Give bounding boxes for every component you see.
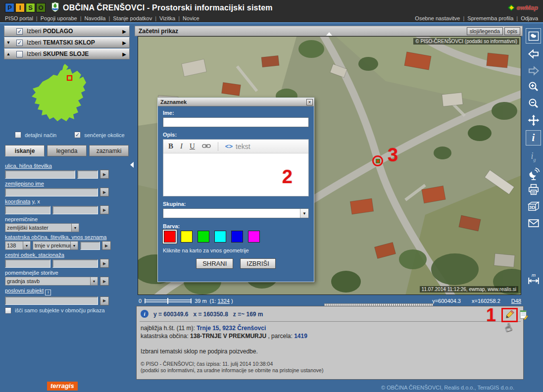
save-button[interactable]: SHRANI <box>196 258 233 269</box>
accordion-podlago[interactable]: ✓ Izberi PODLAGO ▶ <box>4 26 130 37</box>
koordinata-y-input[interactable] <box>5 206 50 214</box>
expand-right-icon[interactable]: ▶ <box>122 40 126 46</box>
measure-icon[interactable]: m <box>526 271 541 286</box>
accordion-skupne-sloje[interactable]: ▲ Izberi SKUPNE SLOJE ▶ <box>4 49 130 59</box>
menu-novice[interactable]: Novice <box>183 15 199 21</box>
color-swatch-magenta[interactable] <box>248 231 260 243</box>
zoom-in-icon[interactable] <box>526 79 541 94</box>
print-icon[interactable] <box>526 182 541 197</box>
detajlni-nacin-checkbox[interactable] <box>15 132 21 138</box>
collapse-left-arrow[interactable] <box>130 162 134 168</box>
koordinata-label[interactable]: koordinata <box>5 198 30 204</box>
accordion-tematski-sklop[interactable]: ▼ ✓ Izberi TEMATSKI SKLOP ▶ <box>4 37 130 48</box>
expand-right-icon[interactable]: ▶ <box>122 51 126 57</box>
menu-osebne-nastavitve[interactable]: Osebne nastavitve <box>415 15 460 21</box>
scale-ratio-link[interactable]: 1324 <box>218 298 230 304</box>
ulica-label[interactable]: ulica, hišna številka <box>5 163 52 169</box>
color-swatch-blue[interactable] <box>231 231 243 243</box>
podlago-checkbox[interactable]: ✓ <box>16 28 23 35</box>
sloji-legenda-button[interactable]: sloji/legenda <box>467 27 503 35</box>
sencenje-okolice-checkbox[interactable]: ✓ <box>74 132 81 138</box>
menu-sprememba-profila[interactable]: Sprememba profila <box>467 15 513 21</box>
close-icon[interactable]: × <box>306 99 313 105</box>
delete-button[interactable]: IZBRIŠI <box>240 258 276 269</box>
tab-legenda[interactable]: legenda <box>47 145 87 156</box>
skupina-select[interactable]: ▼ <box>163 208 309 218</box>
gps-icon[interactable] <box>526 166 541 181</box>
expand-right-icon[interactable]: ▶ <box>122 29 126 34</box>
koordinata-search-button[interactable]: ▶ <box>100 205 109 214</box>
color-swatch-red[interactable] <box>164 231 176 243</box>
pan-icon[interactable] <box>526 112 541 128</box>
terragis-logo[interactable]: terragis <box>47 382 78 391</box>
color-swatch-yellow[interactable] <box>181 231 193 243</box>
pomembnejse-search-button[interactable]: ▶ <box>100 277 109 286</box>
katastrska-label[interactable]: katastrska občina, številka, vnos seznam… <box>5 234 106 240</box>
identify-icon[interactable]: i <box>526 130 541 146</box>
koordinata-x-input[interactable] <box>52 206 98 214</box>
link-icon[interactable] <box>202 142 211 151</box>
poslovni-search-button[interactable]: ▶ <box>100 296 109 305</box>
parcela-input[interactable] <box>80 242 100 250</box>
info-mini-icon[interactable]: i <box>45 290 51 295</box>
detajlni-nacin-option[interactable]: detajlni način <box>15 132 56 138</box>
source-view-button[interactable]: <> tekst <box>225 143 250 150</box>
cestni-search-button[interactable]: ▶ <box>100 259 109 268</box>
color-swatch-cyan[interactable] <box>214 231 226 243</box>
collapse-arrow[interactable]: ▼ <box>4 40 12 45</box>
menu-pogoji-uporabe[interactable]: Pogoji uporabe <box>41 15 77 21</box>
ime-input[interactable] <box>163 117 309 127</box>
nepremicnine-select[interactable]: zemljiški kataster ▼ <box>5 223 79 232</box>
menu-odjava[interactable]: Odjava <box>521 15 538 21</box>
parcel-link[interactable]: 1419 <box>294 333 307 340</box>
full-extent-icon[interactable] <box>526 28 541 44</box>
poslovni-subjekt-label[interactable]: poslovni subjekt <box>5 288 44 294</box>
history-back-icon[interactable] <box>526 46 541 61</box>
menu-navodila[interactable]: Navodila <box>85 15 106 21</box>
datum-link[interactable]: D48 <box>511 298 521 304</box>
katastrska-search-button[interactable]: ▶ <box>102 241 111 250</box>
identify-group-icon[interactable]: ig <box>526 149 541 164</box>
opis-textarea[interactable]: 2 <box>163 153 308 196</box>
collapse-up-arrow[interactable] <box>326 32 332 36</box>
color-swatch-green[interactable] <box>197 231 209 243</box>
ulica-input[interactable] <box>5 170 75 179</box>
zemljepisno-search-button[interactable]: ▶ <box>100 188 109 196</box>
nearest-house-link[interactable]: Trnje 15, 9232 Črenšovci <box>197 325 266 332</box>
tematski-checkbox[interactable]: ✓ <box>16 40 23 46</box>
mail-icon[interactable] <box>526 215 541 231</box>
sencenje-okolice-option[interactable]: ✓ senčenje okolice <box>74 132 124 138</box>
hisna-stevilka-input[interactable] <box>77 170 98 179</box>
history-forward-icon[interactable] <box>526 63 541 78</box>
italic-button[interactable]: I <box>180 142 183 150</box>
skupne-checkbox[interactable] <box>16 51 23 57</box>
overview-map[interactable] <box>28 62 99 130</box>
bold-button[interactable]: B <box>168 142 173 150</box>
underline-button[interactable]: U <box>190 142 195 150</box>
dialog-titlebar[interactable]: Zaznamek × <box>158 98 314 106</box>
hand-cursor-icon: ☝ <box>503 320 513 335</box>
piso-logo[interactable]: P I S O <box>5 3 46 12</box>
ewmap-logo[interactable]: ewMap <box>508 4 538 11</box>
ko-name-select[interactable]: trnje v prekmurju ▼ <box>33 241 78 250</box>
poslovni-subjekt-input[interactable] <box>5 296 98 305</box>
cestni-odsek-input[interactable] <box>5 259 50 268</box>
ko-number-select[interactable]: 138 ▼ <box>5 241 31 250</box>
view-3d-icon[interactable]: 3D <box>526 198 541 214</box>
pomembnejse-select[interactable]: gradnja stavb ▼ <box>5 277 98 286</box>
stacionaza-input[interactable] <box>52 259 98 268</box>
pencil-icon[interactable] <box>505 309 515 321</box>
opis-button[interactable]: opis <box>504 27 520 35</box>
zoom-out-icon[interactable] <box>526 96 541 111</box>
menu-stanje-podatkov[interactable]: Stanje podatkov <box>113 15 152 21</box>
tab-zaznamki[interactable]: zaznamki <box>89 145 129 156</box>
zemljepisno-input[interactable] <box>5 188 98 196</box>
menu-vizitka[interactable]: Vizitka <box>159 15 175 21</box>
isci-samo-checkbox[interactable] <box>5 307 11 314</box>
tab-iskanje[interactable]: iskanje <box>5 145 45 156</box>
collapse-arrow[interactable]: ▲ <box>4 51 12 56</box>
zemljepisno-label[interactable]: zemljepisno ime <box>5 181 44 187</box>
menu-piso-portal[interactable]: PISO portal <box>5 15 33 21</box>
cestni-odsek-label[interactable]: cestni odsek, stacionaža <box>5 252 64 258</box>
ulica-search-button[interactable]: ▶ <box>100 170 109 179</box>
